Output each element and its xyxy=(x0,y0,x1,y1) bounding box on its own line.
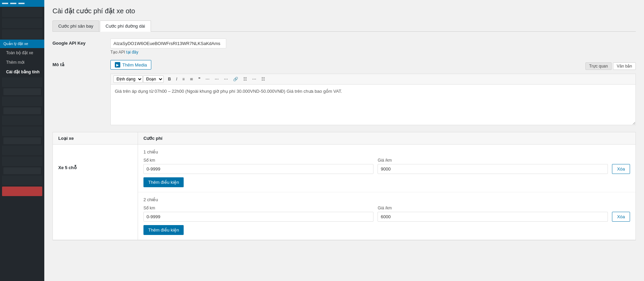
sidebar-toggle-bar3 xyxy=(18,3,25,4)
sidebar-section-label: Quản lý đặt xe xyxy=(3,42,28,46)
sidebar-item-9[interactable] xyxy=(2,127,42,136)
sidebar-item-12[interactable] xyxy=(2,157,42,166)
editor-toolbar: Định dạng Đoạn B I ≡ ≌ ❞ ⋯ ⋯ ⋯ 🔗 ☷ xyxy=(110,74,636,84)
sidebar-toggle-bar2 xyxy=(10,3,16,4)
toolbar-format-group: Định dạng Đoạn xyxy=(113,75,164,83)
tabs-bar: Cước phí sân bay Cước phí đường dài xyxy=(52,20,636,32)
toolbar-quote-btn[interactable]: ❞ xyxy=(196,75,203,83)
gia-km-input-2[interactable] xyxy=(378,212,608,222)
tab-cuoc-phi-duong-dai[interactable]: Cước phí đường dài xyxy=(100,20,151,32)
sub-row-1-chieu: 1 chiều Số km Giá /km Xóa Thêm điều kiện xyxy=(138,145,635,192)
api-key-label: Google API Key xyxy=(52,39,110,46)
view-tab-truc-quan[interactable]: Trực quan xyxy=(585,62,612,70)
so-km-group-2: Số km xyxy=(143,206,373,222)
gia-km-label-1: Giá /km xyxy=(378,158,608,163)
toolbar-align-left-btn[interactable]: ⋯ xyxy=(203,75,212,83)
sidebar-item-3[interactable] xyxy=(2,29,42,39)
toolbar-ol-btn[interactable]: ≌ xyxy=(187,75,196,83)
sub-row-1-label: 1 chiều xyxy=(143,149,630,154)
api-key-row: Google API Key Tạo API tại đây xyxy=(52,39,636,55)
th-loai-xe: Loại xe xyxy=(53,132,138,144)
so-km-label-1: Số km xyxy=(143,158,373,163)
sidebar-item-14[interactable] xyxy=(2,176,42,185)
gia-km-group-1: Giá /km xyxy=(378,158,608,174)
editor-view-tabs: Trực quan Văn bản xyxy=(585,62,636,70)
sidebar-sub-them-moi[interactable]: Thêm mới xyxy=(0,58,44,67)
sidebar-item-11[interactable] xyxy=(2,146,42,155)
sub-row-2-label: 2 chiều xyxy=(143,197,630,202)
sidebar: Quản lý đặt xe Toàn bộ đặt xe Thêm mới C… xyxy=(0,0,44,281)
toolbar-more-btn[interactable]: ⋯ xyxy=(250,75,259,83)
toolbar-text-style-group: B I ≡ ≌ ❞ ⋯ ⋯ ⋯ 🔗 ☷ ⋯ ☷ xyxy=(166,75,267,83)
sidebar-top-bar xyxy=(0,0,44,7)
sidebar-item-1[interactable] xyxy=(2,8,42,17)
toolbar-ul-btn[interactable]: ≡ xyxy=(180,75,187,83)
main-content: Cài đặt cước phí đặt xe oto Cước phí sân… xyxy=(44,0,644,281)
sidebar-item-2[interactable] xyxy=(2,18,42,28)
toolbar-doan-select[interactable]: Đoạn xyxy=(143,75,164,83)
sidebar-item-13[interactable] xyxy=(3,167,41,174)
sidebar-item-10[interactable] xyxy=(3,137,41,144)
table-header: Loại xe Cước phí xyxy=(53,132,635,145)
sidebar-item-8[interactable] xyxy=(2,116,42,125)
sidebar-section-quan-ly-dat-xe[interactable]: Quản lý đặt xe xyxy=(0,40,44,48)
pricing-table: Loại xe Cước phí Xe 5 chỗ 1 chiều Số km xyxy=(52,132,636,240)
toolbar-italic-btn[interactable]: I xyxy=(174,75,180,83)
toolbar-align-center-btn[interactable]: ⋯ xyxy=(212,75,221,83)
sidebar-sub-cai-dat-bang-tinh[interactable]: Cài đặt bảng tính xyxy=(0,67,44,77)
api-link-text: Tạo API tại đây xyxy=(110,50,636,55)
mo-ta-control: ▶ Thêm Media Trực quan Văn bản Định dạng… xyxy=(110,60,636,125)
tab-cuoc-phi-san-bay[interactable]: Cước phí sân bay xyxy=(52,20,99,31)
so-km-label-2: Số km xyxy=(143,206,373,210)
sidebar-item-6[interactable] xyxy=(2,97,42,106)
editor-body[interactable]: Giá trên áp dụng từ 07h00 – 22h00 (Ngoài… xyxy=(110,84,636,125)
sidebar-item-15[interactable] xyxy=(2,187,42,196)
btn-xoa-2[interactable]: Xóa xyxy=(612,212,630,222)
km-gia-row-2: Số km Giá /km Xóa xyxy=(143,206,630,222)
api-link-anchor[interactable]: tại đây xyxy=(126,50,138,55)
th-cuoc-phi: Cước phí xyxy=(138,132,635,144)
toolbar-table-btn[interactable]: ☷ xyxy=(241,75,249,83)
gia-km-input-1[interactable] xyxy=(378,164,608,174)
toolbar-dinh-dang-select[interactable]: Định dạng xyxy=(113,75,143,83)
api-key-input[interactable] xyxy=(110,39,226,48)
km-gia-row-1: Số km Giá /km Xóa xyxy=(143,158,630,174)
sidebar-sub-toan-bo-dat-xe[interactable]: Toàn bộ đặt xe xyxy=(0,48,44,58)
add-media-button[interactable]: ▶ Thêm Media xyxy=(110,60,151,70)
so-km-group-1: Số km xyxy=(143,158,373,174)
mo-ta-label: Mô tả xyxy=(52,60,110,67)
api-key-control: Tạo API tại đây xyxy=(110,39,636,55)
sidebar-item-5[interactable] xyxy=(3,88,41,95)
sidebar-item-4[interactable] xyxy=(2,77,42,87)
mo-ta-row: Mô tả ▶ Thêm Media Trực quan Văn bản Địn… xyxy=(52,60,636,125)
td-loai-xe: Xe 5 chỗ xyxy=(53,145,138,240)
btn-them-dieu-kien-2[interactable]: Thêm điều kiện xyxy=(143,225,184,235)
sidebar-item-7[interactable] xyxy=(3,107,41,114)
so-km-input-1[interactable] xyxy=(143,164,373,174)
so-km-input-2[interactable] xyxy=(143,212,373,222)
page-title: Cài đặt cước phí đặt xe oto xyxy=(52,7,636,15)
toolbar-align-right-btn[interactable]: ⋯ xyxy=(221,75,230,83)
view-tab-van-ban[interactable]: Văn bản xyxy=(613,62,636,70)
sub-row-2-chieu: 2 chiều Số km Giá /km Xóa Thêm điều kiện xyxy=(138,192,635,240)
toolbar-link-btn[interactable]: 🔗 xyxy=(231,75,241,83)
btn-them-dieu-kien-1[interactable]: Thêm điều kiện xyxy=(143,177,184,187)
table-row: Xe 5 chỗ 1 chiều Số km Giá /km xyxy=(53,145,635,240)
gia-km-group-2: Giá /km xyxy=(378,206,608,222)
td-cuoc-phi: 1 chiều Số km Giá /km Xóa Thêm điều kiện xyxy=(138,145,635,240)
btn-xoa-1[interactable]: Xóa xyxy=(612,164,630,174)
sidebar-toggle-bar1 xyxy=(2,3,8,4)
toolbar-grid-btn[interactable]: ☷ xyxy=(259,75,267,83)
toolbar-bold-btn[interactable]: B xyxy=(166,75,173,83)
gia-km-label-2: Giá /km xyxy=(378,206,608,210)
add-media-icon: ▶ xyxy=(115,62,120,68)
